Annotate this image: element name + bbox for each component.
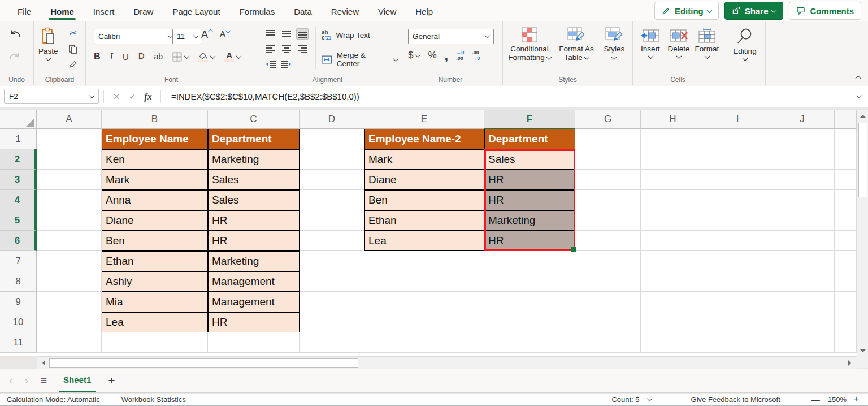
font-size-select[interactable]: 11 [172,29,202,44]
cell-A6[interactable] [37,231,102,251]
cell-D9[interactable] [300,292,364,312]
cell-J9[interactable] [770,292,835,312]
cell-ext10[interactable] [835,312,857,332]
column-header-H[interactable]: H [641,110,705,129]
cell-ext7[interactable] [835,251,857,271]
row-header-10[interactable]: 10 [0,312,37,332]
font-family-select[interactable]: Calibri [94,29,177,44]
italic-button[interactable]: I [110,51,113,62]
cell-B7[interactable]: Ethan [102,251,208,271]
zoom-out-button[interactable]: — [811,395,820,404]
cell-ext9[interactable] [835,292,857,312]
column-header-G[interactable]: G [575,110,641,129]
cell-C10[interactable]: HR [208,312,300,332]
cell-A5[interactable] [37,210,102,231]
all-sheets-menu-icon[interactable]: ≡ [41,374,46,387]
cell-F3[interactable]: HR [484,170,575,190]
expand-formula-bar-button[interactable] [857,93,862,98]
column-header-partial[interactable] [835,110,857,129]
scroll-down-button[interactable] [857,345,868,357]
cell-E9[interactable] [364,292,484,312]
comments-button[interactable]: Comments [789,2,861,20]
cell-G3[interactable] [575,170,641,190]
editing-menu-button[interactable]: Editing [730,27,760,61]
cell-A1[interactable] [37,129,102,149]
cell-B3[interactable]: Mark [102,170,208,190]
row-header-2[interactable]: 2 [0,149,37,170]
cell-F2[interactable]: Sales [484,149,575,170]
cell-I1[interactable] [705,129,770,149]
vertical-scrollbar[interactable] [857,110,868,357]
cell-C2[interactable]: Marketing [208,149,300,170]
column-header-D[interactable]: D [300,110,364,129]
bold-button[interactable]: B [94,51,101,62]
cell-G11[interactable] [575,332,641,353]
cell-D7[interactable] [300,251,364,271]
cell-F8[interactable] [484,271,575,292]
cell-D2[interactable] [300,149,364,170]
cell-ext11[interactable] [835,332,857,353]
cell-B6[interactable]: Ben [102,231,208,251]
enter-icon[interactable]: ✓ [124,92,140,102]
ribbon-tab-page-layout[interactable]: Page Layout [163,2,229,20]
sheet-tab-sheet1[interactable]: Sheet1 [59,369,96,392]
ribbon-tab-home[interactable]: Home [41,2,84,20]
cell-B8[interactable]: Ashly [102,271,208,292]
insert-function-icon[interactable]: fx [140,92,156,102]
number-format-select[interactable]: General [408,29,494,44]
align-left-button[interactable] [264,44,277,55]
ribbon-tab-review[interactable]: Review [322,2,368,20]
cell-A3[interactable] [37,170,102,190]
cell-I8[interactable] [705,271,770,292]
feedback-link[interactable]: Give Feedback to Microsoft [691,395,780,404]
format-cells-button[interactable]: Format [694,28,720,59]
percent-format-button[interactable]: % [428,50,436,61]
increase-font-button[interactable]: A [201,29,212,41]
delete-cells-button[interactable]: Delete [666,28,691,59]
decrease-font-button[interactable]: A [220,29,230,38]
cell-J11[interactable] [770,332,835,353]
cell-E11[interactable] [364,332,484,353]
cell-B5[interactable]: Diane [102,210,208,231]
align-center-button[interactable] [280,44,293,55]
horizontal-scrollbar[interactable] [37,356,857,369]
cell-D3[interactable] [300,170,364,190]
cell-A4[interactable] [37,190,102,210]
row-header-3[interactable]: 3 [0,170,37,190]
cell-I7[interactable] [705,251,770,271]
cell-ext3[interactable] [835,170,857,190]
cell-H5[interactable] [641,210,705,231]
cell-H11[interactable] [641,332,705,353]
cell-J5[interactable] [770,210,835,231]
cell-B11[interactable] [102,332,208,353]
cell-J2[interactable] [770,149,835,170]
cell-G4[interactable] [575,190,641,210]
cell-H3[interactable] [641,170,705,190]
merge-center-button[interactable]: Merge & Center [322,51,398,68]
cell-H2[interactable] [641,149,705,170]
cell-G1[interactable] [575,129,641,149]
horizontal-scroll-thumb[interactable] [49,358,358,368]
cell-I2[interactable] [705,149,770,170]
cell-J7[interactable] [770,251,835,271]
cell-C7[interactable]: Marketing [208,251,300,271]
cell-G8[interactable] [575,271,641,292]
cell-B10[interactable]: Lea [102,312,208,332]
cell-H6[interactable] [641,231,705,251]
cell-F10[interactable] [484,312,575,332]
table2-header-2[interactable]: Department [484,129,575,149]
cell-B2[interactable]: Ken [102,149,208,170]
cell-ext8[interactable] [835,271,857,292]
cell-H7[interactable] [641,251,705,271]
formula-input[interactable]: =INDEX($C$2:$C$10,MATCH(E2,$B$2:$B$10,0)… [171,92,857,101]
cell-I11[interactable] [705,332,770,353]
cell-C9[interactable]: Management [208,292,300,312]
font-color-button[interactable]: A [224,51,241,62]
cell-J1[interactable] [770,129,835,149]
ribbon-tab-draw[interactable]: Draw [124,2,163,20]
zoom-in-button[interactable]: + [853,394,859,405]
format-as-table-button[interactable]: Format AsTable [556,27,597,62]
decrease-decimal-button[interactable]: .00→0 [472,50,480,61]
ribbon-tab-data[interactable]: Data [284,2,322,20]
ribbon-tab-insert[interactable]: Insert [84,2,124,20]
